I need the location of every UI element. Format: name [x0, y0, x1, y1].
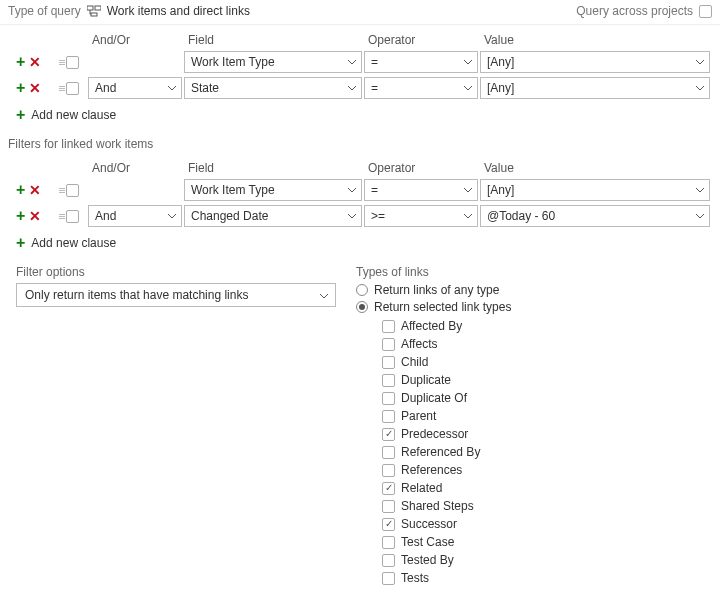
filter-options: Filter options Only return items that ha… — [16, 265, 336, 587]
chevron-down-icon — [463, 213, 473, 219]
value-dropdown[interactable]: @Today - 60 — [480, 205, 710, 227]
type-of-query-value[interactable]: Work items and direct links — [107, 4, 250, 18]
operator-value: >= — [371, 209, 385, 223]
link-type-label: Duplicate — [401, 373, 451, 387]
operator-value: = — [371, 183, 378, 197]
link-type-checkbox[interactable] — [382, 536, 395, 549]
remove-clause-button[interactable]: ✕ — [29, 209, 41, 223]
link-type-label: Successor — [401, 517, 457, 531]
field-value: Changed Date — [191, 209, 268, 223]
link-type-checkbox[interactable] — [382, 356, 395, 369]
link-type-checkbox[interactable] — [382, 392, 395, 405]
link-type-checkbox[interactable] — [382, 572, 395, 585]
link-type-item[interactable]: Duplicate — [382, 371, 712, 389]
field-value: Work Item Type — [191, 183, 275, 197]
link-type-item[interactable]: Shared Steps — [382, 497, 712, 515]
radio-any-type[interactable]: Return links of any type — [356, 283, 712, 297]
header-andor: And/Or — [90, 161, 186, 175]
link-type-item[interactable]: Test Case — [382, 533, 712, 551]
link-type-checkbox[interactable] — [382, 464, 395, 477]
plus-icon: + — [16, 235, 25, 251]
drag-handle-icon[interactable] — [58, 86, 66, 91]
link-type-checkbox[interactable] — [382, 500, 395, 513]
value-dropdown[interactable]: [Any] — [480, 77, 710, 99]
svg-rect-2 — [91, 13, 97, 16]
link-type-item[interactable]: Predecessor — [382, 425, 712, 443]
value-dropdown[interactable]: [Any] — [480, 179, 710, 201]
link-type-checkbox[interactable] — [382, 428, 395, 441]
value-dropdown[interactable]: [Any] — [480, 51, 710, 73]
linked-clause-row: +✕Work Item Type=[Any] — [8, 177, 712, 203]
chevron-down-icon — [463, 59, 473, 65]
link-type-item[interactable]: References — [382, 461, 712, 479]
add-new-clause-linked[interactable]: + Add new clause — [8, 229, 712, 259]
link-type-label: Related — [401, 481, 442, 495]
link-type-label: Referenced By — [401, 445, 480, 459]
link-type-checkbox[interactable] — [382, 518, 395, 531]
link-type-checkbox[interactable] — [382, 446, 395, 459]
link-type-checkbox[interactable] — [382, 338, 395, 351]
link-type-label: Tested By — [401, 553, 454, 567]
link-type-label: References — [401, 463, 462, 477]
link-type-checkbox[interactable] — [382, 554, 395, 567]
link-type-checkbox[interactable] — [382, 374, 395, 387]
filter-options-dropdown[interactable]: Only return items that have matching lin… — [16, 283, 336, 307]
field-dropdown[interactable]: Work Item Type — [184, 179, 362, 201]
link-type-item[interactable]: Child — [382, 353, 712, 371]
field-dropdown[interactable]: Work Item Type — [184, 51, 362, 73]
andor-dropdown — [88, 51, 182, 73]
chevron-down-icon — [347, 213, 357, 219]
insert-clause-button[interactable]: + — [16, 182, 25, 198]
lower-section: Filter options Only return items that ha… — [0, 259, 720, 599]
link-type-item[interactable]: Parent — [382, 407, 712, 425]
insert-clause-button[interactable]: + — [16, 80, 25, 96]
operator-dropdown[interactable]: = — [364, 179, 478, 201]
remove-clause-button[interactable]: ✕ — [29, 81, 41, 95]
clause-checkbox[interactable] — [66, 56, 79, 69]
linked-filters-title: Filters for linked work items — [0, 131, 720, 153]
link-type-checkbox[interactable] — [382, 320, 395, 333]
remove-clause-button[interactable]: ✕ — [29, 55, 41, 69]
value-text: [Any] — [487, 81, 514, 95]
chevron-down-icon — [347, 59, 357, 65]
operator-dropdown[interactable]: = — [364, 77, 478, 99]
clause-checkbox[interactable] — [66, 82, 79, 95]
operator-dropdown[interactable]: >= — [364, 205, 478, 227]
link-type-item[interactable]: Successor — [382, 515, 712, 533]
value-text: [Any] — [487, 183, 514, 197]
insert-clause-button[interactable]: + — [16, 208, 25, 224]
field-value: Work Item Type — [191, 55, 275, 69]
link-type-item[interactable]: Affected By — [382, 317, 712, 335]
andor-value: And — [95, 209, 116, 223]
link-type-label: Shared Steps — [401, 499, 474, 513]
link-type-checkbox[interactable] — [382, 482, 395, 495]
type-of-query-label: Type of query — [8, 4, 81, 18]
link-type-item[interactable]: Referenced By — [382, 443, 712, 461]
add-new-clause-top[interactable]: + Add new clause — [8, 101, 712, 131]
link-type-checkbox[interactable] — [382, 410, 395, 423]
link-type-item[interactable]: Affects — [382, 335, 712, 353]
link-type-label: Child — [401, 355, 428, 369]
operator-dropdown[interactable]: = — [364, 51, 478, 73]
drag-handle-icon[interactable] — [58, 188, 66, 193]
clause-checkbox[interactable] — [66, 210, 79, 223]
andor-dropdown[interactable]: And — [88, 205, 182, 227]
insert-clause-button[interactable]: + — [16, 54, 25, 70]
link-type-item[interactable]: Duplicate Of — [382, 389, 712, 407]
field-dropdown[interactable]: Changed Date — [184, 205, 362, 227]
link-type-item[interactable]: Tested By — [382, 551, 712, 569]
filter-options-value: Only return items that have matching lin… — [25, 288, 248, 302]
radio-selected-types[interactable]: Return selected link types — [356, 300, 712, 314]
remove-clause-button[interactable]: ✕ — [29, 183, 41, 197]
filter-options-label: Filter options — [16, 265, 336, 279]
query-across-projects-checkbox[interactable] — [699, 5, 712, 18]
andor-dropdown[interactable]: And — [88, 77, 182, 99]
drag-handle-icon[interactable] — [58, 60, 66, 65]
link-type-item[interactable]: Related — [382, 479, 712, 497]
clause-checkbox[interactable] — [66, 184, 79, 197]
clause-headers: And/Or Field Operator Value — [58, 29, 712, 49]
drag-handle-icon[interactable] — [58, 214, 66, 219]
field-dropdown[interactable]: State — [184, 77, 362, 99]
link-type-item[interactable]: Tests — [382, 569, 712, 587]
top-clause-row: +✕Work Item Type=[Any] — [8, 49, 712, 75]
